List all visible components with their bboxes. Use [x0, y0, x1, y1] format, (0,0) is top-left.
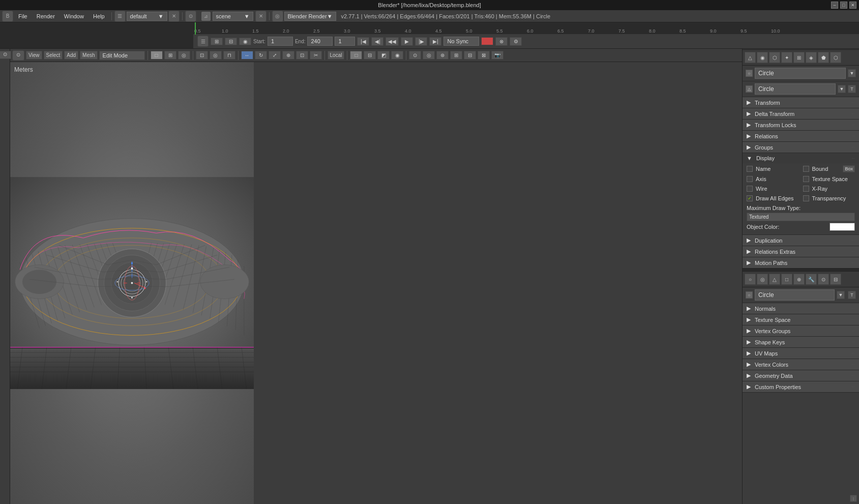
- props-icon-d8[interactable]: ⊟: [830, 274, 841, 285]
- props-icon-d5[interactable]: ⊕: [793, 274, 805, 285]
- props-object-dropdown-btn[interactable]: ▼: [848, 69, 856, 77]
- solid-view-btn[interactable]: □: [151, 51, 163, 60]
- props-display-header[interactable]: ▼ Display ···: [743, 153, 859, 163]
- maximize-button[interactable]: □: [840, 2, 847, 9]
- props-delta-header[interactable]: ▶ Delta Transform ···: [743, 108, 859, 119]
- mirror-btn[interactable]: ⊞: [450, 51, 462, 60]
- xray-checkbox[interactable]: [803, 186, 809, 192]
- bound-checkbox[interactable]: [803, 166, 809, 172]
- textured-btn[interactable]: ◩: [377, 51, 390, 60]
- mode-dropdown[interactable]: Edit Mode: [99, 51, 145, 60]
- props-object-name[interactable]: Circle: [755, 68, 846, 79]
- texture-space-checkbox[interactable]: [803, 176, 809, 182]
- props-shapekeys-header[interactable]: ▶ Shape Keys ···: [743, 337, 859, 347]
- extrude-tool[interactable]: ⊕: [282, 51, 294, 60]
- snap-btn[interactable]: ⊙: [409, 51, 421, 60]
- props-mpaths-header[interactable]: ▶ Motion Paths ···: [743, 257, 859, 268]
- play-reverse-btn[interactable]: ◀◀: [386, 37, 399, 46]
- solid-shading-btn[interactable]: □: [350, 51, 362, 60]
- rotate-tool[interactable]: ↻: [255, 51, 267, 60]
- props-relations-header[interactable]: ▶ Relations ···: [743, 131, 859, 141]
- add-menu[interactable]: Add: [64, 51, 78, 60]
- close-button[interactable]: ✕: [849, 2, 856, 9]
- props-uvmaps-header[interactable]: ▶ UV Maps ···: [743, 348, 859, 359]
- proportional-type-btn[interactable]: ⊛: [436, 51, 449, 60]
- layout-dropdown[interactable]: default ▼: [127, 12, 167, 21]
- menu-file[interactable]: File: [14, 12, 32, 20]
- props-rextras-header[interactable]: ▶ Relations Extras ···: [743, 246, 859, 257]
- draw-all-edges-checkbox[interactable]: [747, 195, 753, 201]
- sync-dropdown[interactable]: No Sync: [443, 37, 479, 46]
- wire-checkbox[interactable]: [747, 186, 753, 192]
- props-mesh-dropdown-btn[interactable]: ▼: [838, 85, 846, 93]
- end-frame-input[interactable]: 240: [307, 37, 333, 46]
- scene-dropdown[interactable]: scene ▼: [213, 12, 253, 21]
- overlay-btn[interactable]: ⊟: [464, 51, 476, 60]
- jump-start-btn[interactable]: |◀: [357, 37, 369, 46]
- props-texspace-header[interactable]: ▶ Texture Space ···: [743, 314, 859, 325]
- next-key-btn[interactable]: |▶: [415, 37, 427, 46]
- key-type-btn[interactable]: [481, 37, 493, 45]
- timeline-options-btn[interactable]: ⊗: [495, 37, 508, 46]
- name-checkbox[interactable]: [747, 166, 753, 172]
- scale-tool[interactable]: ⤢: [269, 51, 281, 60]
- orientation-dropdown[interactable]: Local: [328, 51, 345, 60]
- props-icon-bone-constraint[interactable]: ⬟: [818, 52, 829, 63]
- props-tlocks-header[interactable]: ▶ Transform Locks ···: [743, 120, 859, 130]
- menu-help[interactable]: Help: [89, 12, 109, 20]
- mesh-menu[interactable]: Mesh: [80, 51, 97, 60]
- props-transform-header[interactable]: ▶ Transform ···: [743, 97, 859, 108]
- max-draw-type-dropdown[interactable]: Textured: [747, 213, 855, 221]
- wire-view-btn[interactable]: ⊞: [164, 51, 176, 60]
- props-icon-d6[interactable]: 🔧: [806, 274, 817, 285]
- timeline-settings-btn[interactable]: ⚙: [510, 37, 522, 46]
- select-lasso-btn[interactable]: ⊓: [223, 51, 235, 60]
- props-icon-data[interactable]: △: [745, 52, 756, 63]
- view-menu[interactable]: View: [26, 51, 42, 60]
- inset-tool[interactable]: ⊡: [296, 51, 308, 60]
- props-vgroups-header[interactable]: ▶ Vertex Groups ···: [743, 325, 859, 336]
- move-tool[interactable]: ↔: [241, 51, 253, 60]
- close-layout-icon[interactable]: ✕: [168, 11, 180, 22]
- rendered-view-btn[interactable]: ◎: [178, 51, 190, 60]
- props-meshdata-name[interactable]: Circle: [755, 289, 835, 301]
- transparency-checkbox[interactable]: [803, 195, 809, 201]
- play-btn[interactable]: ▶: [401, 37, 413, 46]
- props-icon-d7[interactable]: ⊙: [818, 274, 829, 285]
- menu-render[interactable]: Render: [33, 12, 59, 20]
- select-box-btn[interactable]: ⊡: [196, 51, 208, 60]
- props-icon-particles2[interactable]: ✦: [781, 52, 792, 63]
- props-icon-d4[interactable]: □: [781, 274, 792, 285]
- wire-shading-btn[interactable]: ⊟: [364, 51, 376, 60]
- object-color-swatch[interactable]: [830, 223, 855, 231]
- props-groups-header[interactable]: ▶ Groups ···: [743, 142, 859, 153]
- props-icon-physics2[interactable]: ⊞: [793, 52, 805, 63]
- minimize-button[interactable]: –: [831, 2, 838, 9]
- scroll-handle[interactable]: ↕: [850, 495, 857, 502]
- props-vcolors-header[interactable]: ▶ Vertex Colors ···: [743, 359, 859, 370]
- select-circle-btn[interactable]: ◎: [210, 51, 222, 60]
- props-icon-extra[interactable]: ⬡: [830, 52, 841, 63]
- props-mesh-add-btn[interactable]: T: [848, 85, 856, 93]
- proportional-btn[interactable]: ◎: [423, 51, 435, 60]
- start-frame-input[interactable]: 1: [268, 37, 293, 46]
- props-custom-header[interactable]: ▶ Custom Properties ···: [743, 381, 859, 392]
- current-frame-input[interactable]: 1: [335, 37, 355, 46]
- material-btn[interactable]: ◉: [391, 51, 403, 60]
- props-geodata-header[interactable]: ▶ Geometry Data ···: [743, 370, 859, 381]
- props-icon-d3[interactable]: △: [769, 274, 780, 285]
- 3d-viewport[interactable]: Meters: [10, 62, 254, 504]
- props-icon-bone[interactable]: ◈: [806, 52, 817, 63]
- knife-tool[interactable]: ✂: [310, 51, 322, 60]
- camera-btn[interactable]: 📷: [491, 51, 503, 60]
- render-engine-dropdown[interactable]: Blender Render ▼: [284, 12, 336, 21]
- props-duplication-header[interactable]: ▶ Duplication ···: [743, 235, 859, 246]
- axis-checkbox[interactable]: [747, 176, 753, 182]
- bound-type-dropdown[interactable]: Box: [843, 165, 855, 172]
- menu-window[interactable]: Window: [60, 12, 88, 20]
- select-menu[interactable]: Select: [44, 51, 63, 60]
- props-meshdata-t-btn[interactable]: T: [848, 291, 856, 299]
- props-icon-material[interactable]: ◉: [757, 52, 768, 63]
- props-icon-d1[interactable]: ○: [745, 274, 756, 285]
- xray-btn[interactable]: ⊠: [478, 51, 490, 60]
